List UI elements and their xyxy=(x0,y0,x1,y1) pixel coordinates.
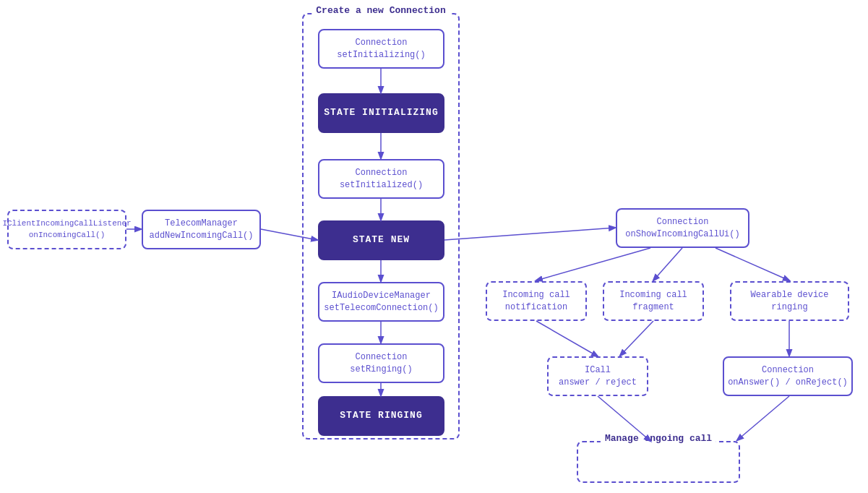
svg-line-10 xyxy=(653,248,682,280)
svg-line-1 xyxy=(261,229,317,240)
svg-line-11 xyxy=(716,248,789,280)
svg-line-9 xyxy=(536,248,650,280)
diagram-container: Create a new Connection Manage ongoing c… xyxy=(0,0,868,493)
svg-line-15 xyxy=(598,396,650,441)
arrows-svg xyxy=(0,0,868,493)
svg-line-12 xyxy=(536,321,598,356)
svg-line-16 xyxy=(737,396,789,440)
svg-line-8 xyxy=(444,228,615,240)
svg-line-13 xyxy=(620,321,653,356)
